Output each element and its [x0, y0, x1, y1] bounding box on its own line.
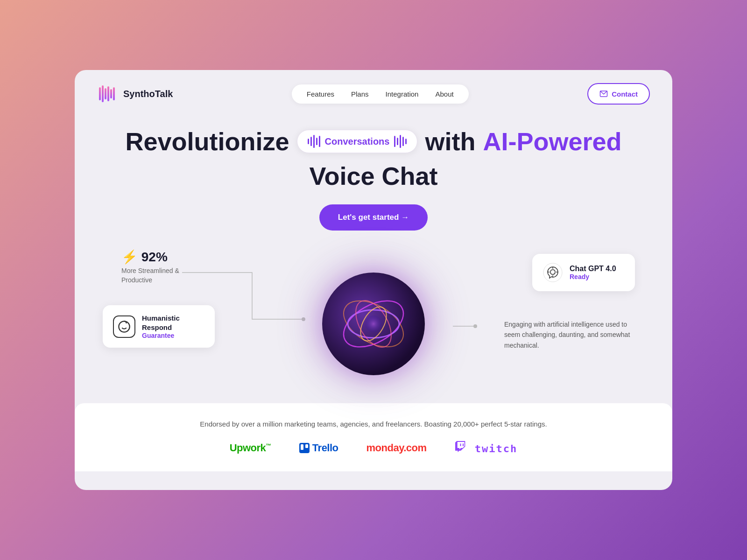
orb-svg: [331, 282, 416, 366]
features-area: ⚡ 92% More Streamlined &Productive Human…: [75, 245, 672, 403]
cta-label: Let's get started →: [338, 213, 409, 222]
upwork-logo: Upwork™: [230, 442, 271, 454]
contact-button[interactable]: Contact: [587, 83, 650, 105]
svg-rect-25: [305, 444, 308, 448]
nav-integration[interactable]: Integration: [386, 90, 419, 98]
waveform-right: [394, 135, 407, 148]
conversations-badge: Conversations: [297, 130, 418, 153]
stat-section: ⚡ 92% More Streamlined &Productive: [121, 249, 179, 285]
nav-links: Features Plans Integration About: [292, 84, 469, 104]
main-card: SynthoTalk Features Plans Integration Ab…: [75, 70, 672, 490]
svg-point-17: [365, 315, 382, 332]
logo-area: SynthoTalk: [97, 84, 173, 104]
center-orb: [322, 273, 425, 375]
svg-rect-3: [107, 86, 109, 101]
navbar: SynthoTalk Features Plans Integration Ab…: [75, 70, 672, 118]
humanistic-text: Humanistic Respond Guarantee: [142, 314, 204, 339]
hero-title-part1: Revolutionize: [125, 127, 289, 156]
svg-rect-1: [102, 85, 104, 102]
svg-point-8: [473, 324, 477, 328]
hero-title-row: Revolutionize Conversations: [97, 127, 650, 156]
mail-icon: [599, 90, 608, 98]
gpt-status: Ready: [570, 273, 616, 280]
svg-rect-0: [99, 87, 101, 100]
waveform-left: [308, 135, 320, 148]
svg-point-18: [543, 263, 562, 282]
logos-row: Upwork™ Trello monday.com twitch: [112, 441, 635, 455]
humanistic-icon: [113, 315, 135, 338]
stat-desc: More Streamlined &Productive: [121, 266, 179, 285]
gpt-info: Chat GPT 4.0 Ready: [570, 265, 616, 280]
svg-point-7: [302, 317, 305, 321]
gpt-title: Chat GPT 4.0: [570, 265, 616, 273]
gpt-icon: [543, 262, 563, 283]
humanistic-card: Humanistic Respond Guarantee: [103, 305, 215, 348]
hero-subtitle: Voice Chat: [97, 161, 650, 190]
hero-title-part2: with: [425, 127, 475, 156]
cta-button[interactable]: Let's get started →: [319, 204, 428, 231]
monday-logo: monday.com: [366, 442, 427, 454]
svg-point-9: [119, 321, 129, 332]
footer-band: Endorsed by over a million marketing tea…: [75, 403, 672, 471]
contact-label: Contact: [612, 90, 638, 98]
svg-rect-2: [105, 88, 106, 99]
stat-number: ⚡ 92%: [121, 249, 179, 265]
right-description: Engaging with artificial intelligence us…: [504, 319, 644, 350]
trello-logo: Trello: [299, 442, 338, 454]
footer-endorsement: Endorsed by over a million marketing tea…: [112, 420, 635, 428]
svg-rect-5: [113, 87, 115, 100]
humanistic-subtitle: Guarantee: [142, 332, 204, 339]
gpt-card: Chat GPT 4.0 Ready: [532, 254, 635, 291]
hero-title-purple: AI-Powered: [483, 127, 621, 156]
humanistic-title: Humanistic Respond: [142, 314, 204, 332]
svg-rect-24: [301, 444, 303, 450]
svg-rect-4: [110, 89, 112, 98]
nav-plans[interactable]: Plans: [351, 90, 369, 98]
nav-about[interactable]: About: [435, 90, 453, 98]
nav-features[interactable]: Features: [307, 90, 334, 98]
badge-text: Conversations: [325, 136, 390, 147]
logo-icon: [97, 84, 118, 104]
hero-section: Revolutionize Conversations: [75, 118, 672, 231]
logo-text: SynthoTalk: [123, 89, 173, 99]
twitch-logo: twitch: [455, 441, 518, 455]
